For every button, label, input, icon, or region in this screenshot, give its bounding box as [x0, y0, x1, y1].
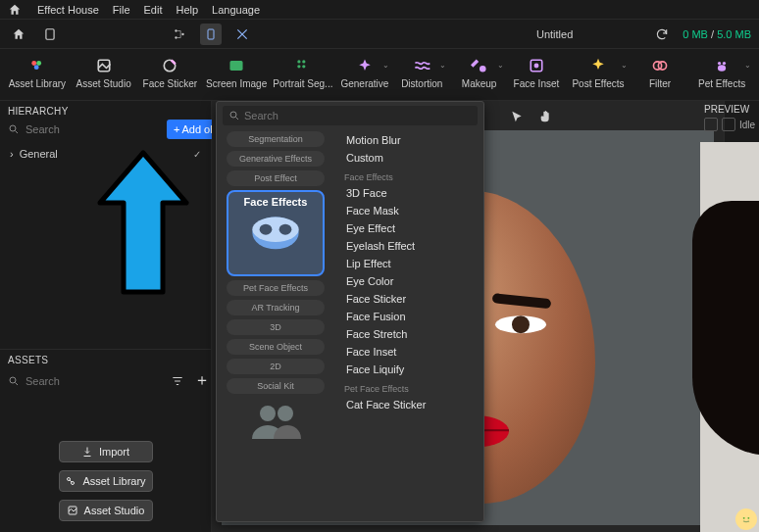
category-label: Filter: [649, 78, 671, 89]
emoji-icon[interactable]: [735, 508, 757, 530]
popover-item[interactable]: Eye Color: [344, 272, 474, 290]
popover-item[interactable]: Motion Blur: [344, 131, 474, 149]
add-asset-icon[interactable]: ＋: [194, 370, 210, 391]
memory-usage: 0 MB / 5.0 MB: [683, 28, 751, 40]
popover-item[interactable]: Eye Effect: [344, 219, 474, 237]
popover-item[interactable]: Cat Face Sticker: [344, 396, 474, 413]
chevron-down-icon: ⌄: [497, 61, 504, 70]
check-icon: ✓: [193, 149, 201, 160]
home-icon[interactable]: [6, 1, 24, 19]
category-label: Asset Library: [9, 78, 66, 89]
category-screen-image[interactable]: Screen Image: [203, 53, 270, 100]
face-sticker-icon: [161, 57, 178, 74]
menu-file[interactable]: File: [113, 4, 130, 16]
asset-library-button[interactable]: Asset Library: [59, 470, 153, 492]
hierarchy-item-general[interactable]: › General ✓: [0, 145, 211, 163]
left-panel: HIERARCHY + Add object › General ✓ ASSET…: [0, 101, 212, 532]
category-label: Generative: [340, 78, 388, 89]
popover-search-input[interactable]: [244, 110, 472, 121]
svg-point-32: [279, 224, 292, 235]
category-asset-studio[interactable]: Asset Studio: [71, 53, 137, 100]
category-filter[interactable]: Filter: [632, 53, 688, 100]
popover-card[interactable]: Segmentation: [227, 131, 325, 147]
category-pet-effects[interactable]: ⌄Pet Effects: [688, 53, 755, 100]
svg-point-28: [230, 112, 236, 118]
category-makeup[interactable]: ⌄Makeup: [450, 53, 507, 100]
popover-card-selected[interactable]: Face Effects: [227, 190, 325, 276]
popover-item[interactable]: Face Fusion: [344, 308, 474, 325]
link-icon: [65, 475, 76, 487]
chevron-right-icon: ›: [10, 148, 14, 160]
category-face-sticker[interactable]: Face Sticker: [137, 53, 204, 100]
popover-item[interactable]: Face Mask: [344, 202, 474, 219]
refresh-icon[interactable]: [651, 24, 673, 45]
svg-point-36: [743, 517, 745, 519]
hierarchy-toggle-icon[interactable]: [169, 24, 190, 45]
filter-icon[interactable]: [171, 374, 184, 388]
svg-rect-10: [230, 61, 243, 71]
popover-group-header: Face Effects: [344, 172, 474, 182]
category-asset-library[interactable]: Asset Library: [4, 53, 71, 100]
popover-card[interactable]: Post Effect: [227, 170, 325, 186]
popover-card[interactable]: Social Kit: [227, 378, 325, 394]
hand-icon[interactable]: [535, 106, 557, 127]
chevron-down-icon: ⌄: [621, 61, 628, 70]
popover-item[interactable]: Lip Effect: [344, 255, 474, 272]
svg-point-11: [297, 60, 300, 63]
popover-card[interactable]: 2D: [227, 359, 325, 374]
menu-language[interactable]: Language: [212, 4, 260, 16]
tablet-button[interactable]: [39, 24, 61, 45]
phone-preview-toggle[interactable]: [200, 24, 222, 45]
download-icon: [81, 446, 93, 458]
category-face-inset[interactable]: Face Inset: [508, 53, 565, 100]
category-portrait-seg-[interactable]: Portrait Seg...: [270, 53, 336, 100]
svg-point-35: [740, 513, 753, 526]
category-distortion[interactable]: ⌄Distortion: [393, 53, 450, 100]
chevron-down-icon: ⌄: [439, 61, 446, 70]
svg-point-2: [175, 36, 177, 38]
svg-point-6: [36, 61, 41, 66]
tools-icon[interactable]: [231, 24, 253, 45]
category-post-effects[interactable]: ⌄Post Effects: [565, 53, 632, 100]
category-generative[interactable]: ⌄Generative: [336, 53, 393, 100]
filter-icon: [651, 57, 669, 74]
popover-card[interactable]: Scene Object: [227, 339, 325, 355]
preview-layout-icon[interactable]: [704, 118, 718, 131]
svg-point-14: [302, 65, 305, 68]
category-label: Face Inset: [514, 78, 560, 89]
popover-item[interactable]: Custom: [344, 149, 474, 167]
app-name: Effect House: [37, 4, 99, 16]
category-label: Face Sticker: [143, 78, 198, 89]
menu-help[interactable]: Help: [176, 4, 198, 16]
search-icon: [228, 110, 240, 121]
cursor-icon[interactable]: [506, 106, 528, 127]
popover-item[interactable]: Face Liquify: [344, 361, 474, 378]
document-title: Untitled: [536, 28, 573, 40]
generative-icon: [356, 57, 374, 74]
hierarchy-search-input[interactable]: [25, 120, 161, 139]
popover-card[interactable]: Pet Face Effects: [227, 280, 325, 296]
assets-search-input[interactable]: [25, 372, 161, 390]
studio-icon: [67, 505, 78, 516]
popover-item[interactable]: Face Stretch: [344, 325, 474, 343]
popover-item[interactable]: Face Inset: [344, 343, 474, 361]
import-button[interactable]: Import: [59, 441, 153, 462]
svg-rect-0: [46, 28, 54, 39]
svg-point-12: [302, 60, 305, 63]
popover-card[interactable]: AR Tracking: [227, 300, 325, 315]
preview-header: PREVIEW Idle: [702, 100, 759, 135]
popover-card[interactable]: Generative Effects: [227, 151, 325, 167]
preview-status: Idle: [739, 120, 755, 130]
popover-card[interactable]: 3D: [227, 319, 325, 335]
preview-camera-icon[interactable]: [722, 118, 735, 131]
asset-studio-button[interactable]: Asset Studio: [59, 500, 153, 521]
home-button[interactable]: [8, 24, 29, 45]
chevron-down-icon: ⌄: [382, 61, 389, 70]
menu-edit[interactable]: Edit: [144, 4, 163, 16]
popover-category-stack: SegmentationGenerative EffectsPost Effec…: [217, 102, 334, 521]
popover-item[interactable]: Face Sticker: [344, 290, 474, 308]
face-inset-icon: [528, 57, 545, 74]
popover-item[interactable]: 3D Face: [344, 184, 474, 202]
popover-item[interactable]: Eyelash Effect: [344, 237, 474, 255]
svg-point-37: [747, 517, 749, 519]
